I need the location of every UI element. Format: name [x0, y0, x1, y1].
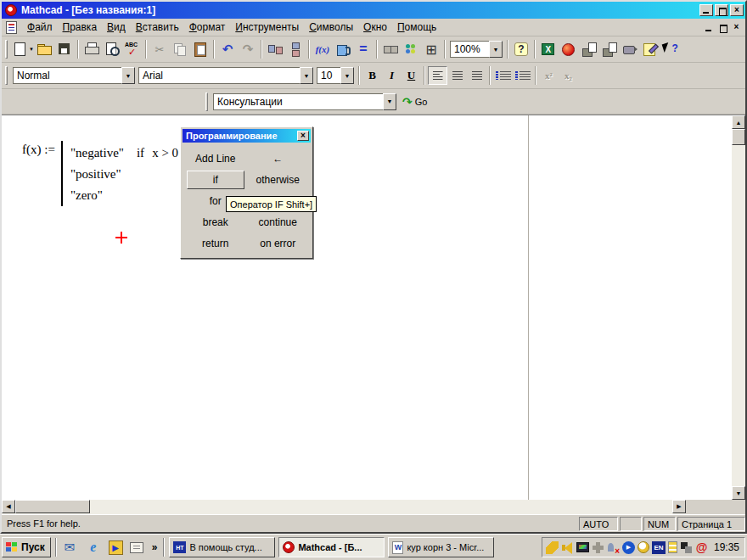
task-button-help-students[interactable]: НТ В помощь студ... — [169, 537, 275, 557]
task-button-word-doc[interactable]: W кур корн 3 - Micr... — [388, 537, 494, 557]
excel-component-button[interactable]: X — [538, 39, 559, 59]
menu-edit[interactable]: Правка — [58, 19, 103, 36]
quick-launch-chevron[interactable]: » — [152, 541, 158, 553]
menu-symbols[interactable]: Символы — [304, 19, 358, 36]
return-operator[interactable]: return — [202, 238, 228, 249]
menu-window[interactable]: Окно — [358, 19, 392, 36]
break-operator[interactable]: break — [203, 216, 228, 228]
local-assign-operator[interactable]: ← — [272, 153, 283, 165]
open-from-web-button[interactable] — [599, 39, 620, 59]
scroll-up-button[interactable]: ▲ — [732, 115, 745, 129]
menu-view[interactable]: Вид — [102, 19, 131, 36]
child-minimize-button[interactable] — [703, 22, 716, 33]
copy-button[interactable] — [170, 39, 190, 59]
network-tray-icon[interactable] — [592, 541, 604, 554]
save-to-web-button[interactable] — [579, 39, 599, 59]
insert-wizard-button[interactable] — [401, 39, 421, 59]
align-across-button[interactable] — [265, 39, 285, 59]
size-value[interactable]: 10 — [317, 67, 340, 84]
start-button[interactable]: Пуск — [2, 537, 51, 557]
for-operator[interactable]: for — [210, 195, 222, 207]
italic-button[interactable]: I — [382, 66, 402, 85]
underline-button[interactable]: U — [402, 66, 421, 85]
menu-help[interactable]: Помощь — [392, 19, 441, 36]
worksheet[interactable]: f(x) := "negative"ifx > 0 "positive" "ze… — [2, 115, 732, 500]
child-close-button[interactable]: × — [730, 22, 743, 33]
brush-tray-icon[interactable] — [546, 541, 559, 554]
menu-file[interactable]: Файл — [22, 19, 58, 36]
menu-format[interactable]: Формат — [184, 19, 231, 36]
numbered-list-button[interactable] — [513, 66, 532, 85]
superscript-button[interactable]: x² — [539, 66, 559, 85]
vertical-scrollbar[interactable]: ▲ ▼ — [732, 115, 745, 500]
minimize-button[interactable] — [699, 4, 713, 16]
context-help-button[interactable]: ? — [660, 39, 681, 59]
toolbar-grip[interactable] — [5, 40, 8, 59]
bullet-list-button[interactable] — [493, 66, 513, 85]
resources-value[interactable]: Консультации — [213, 93, 383, 110]
messenger-tray-icon[interactable] — [607, 541, 620, 554]
insert-function-button[interactable]: f(x) — [312, 39, 333, 59]
save-button[interactable] — [54, 39, 75, 59]
child-restore-button[interactable] — [716, 22, 729, 33]
on-error-operator[interactable]: on error — [260, 238, 295, 249]
zoom-dropdown-button[interactable]: ▼ — [489, 41, 503, 58]
menu-insert[interactable]: Вставить — [131, 19, 184, 36]
font-dropdown-button[interactable]: ▼ — [300, 67, 313, 84]
size-dropdown-button[interactable]: ▼ — [340, 67, 354, 84]
continue-operator[interactable]: continue — [259, 216, 297, 228]
close-button[interactable]: × — [730, 4, 744, 16]
otherwise-operator[interactable]: otherwise — [256, 174, 300, 186]
display-tray-icon[interactable] — [576, 542, 589, 552]
redo-button[interactable]: ↷ — [238, 39, 258, 59]
volume-tray-icon[interactable] — [561, 541, 574, 554]
scroll-down-button[interactable]: ▼ — [732, 486, 745, 500]
zoom-value[interactable]: 100% — [450, 41, 489, 58]
clock[interactable]: 19:35 — [714, 541, 739, 553]
if-operator-button[interactable]: if — [187, 171, 244, 189]
mail-icon[interactable]: ✉ — [61, 539, 78, 556]
media-player-icon[interactable]: ▶ — [109, 540, 123, 555]
auto-calc-indicator[interactable]: AUTO — [579, 517, 618, 531]
restore-button[interactable] — [715, 4, 728, 16]
font-value[interactable]: Arial — [138, 67, 300, 84]
duck-tray-icon[interactable] — [637, 541, 649, 553]
animation-button[interactable] — [620, 39, 640, 59]
add-line-operator[interactable]: Add Line — [195, 153, 235, 165]
internet-explorer-icon[interactable]: e — [85, 539, 102, 556]
style-value[interactable]: Normal — [13, 67, 121, 84]
horizontal-scroll-thumb[interactable] — [15, 500, 90, 513]
show-desktop-icon[interactable] — [130, 542, 143, 553]
menu-tools[interactable]: Инструменты — [230, 19, 304, 36]
toolbar-grip[interactable] — [205, 92, 208, 111]
print-button[interactable] — [81, 39, 102, 59]
spell-check-button[interactable]: ABC✓ — [122, 39, 143, 59]
scroll-left-button[interactable]: ◀ — [2, 500, 15, 513]
insert-component-button[interactable] — [380, 39, 401, 59]
horizontal-scrollbar[interactable]: ◀ ▶ — [2, 500, 686, 514]
resources-dropdown-button[interactable]: ▼ — [383, 93, 396, 110]
align-right-button[interactable] — [467, 66, 486, 85]
paste-button[interactable] — [190, 39, 211, 59]
scroll-right-button[interactable]: ▶ — [672, 500, 686, 513]
subscript-button[interactable]: x₂ — [559, 66, 578, 85]
new-button[interactable]: ▼ — [11, 39, 34, 59]
help-button[interactable]: ? — [511, 39, 531, 59]
open-button[interactable] — [34, 39, 54, 59]
annotate-button[interactable] — [640, 39, 660, 59]
at-tray-icon[interactable]: @ — [695, 541, 708, 554]
resource-center-button[interactable] — [559, 39, 579, 59]
language-indicator[interactable]: EN — [652, 541, 666, 554]
go-button[interactable]: ↷ Go — [398, 92, 431, 111]
calculate-button[interactable]: = — [353, 39, 374, 59]
print-preview-button[interactable] — [102, 39, 122, 59]
align-center-button[interactable] — [447, 66, 467, 85]
vertical-scroll-thumb[interactable] — [732, 129, 745, 145]
document-system-icon[interactable] — [6, 21, 17, 34]
player-tray-icon[interactable]: ▶ — [622, 541, 635, 554]
bold-button[interactable]: B — [362, 66, 382, 85]
task-button-mathcad[interactable]: Mathcad - [Б... — [278, 537, 385, 557]
palette-close-button[interactable]: × — [297, 131, 309, 141]
insert-matrix-button[interactable]: ⊞ — [421, 39, 441, 59]
toolbar-grip[interactable] — [5, 66, 8, 85]
